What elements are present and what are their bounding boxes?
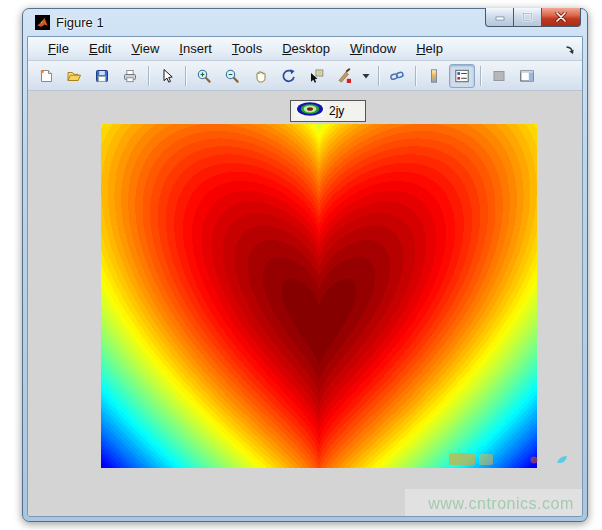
dropdown-arrow-icon <box>362 73 370 79</box>
menu-item-window[interactable]: Window <box>340 38 406 59</box>
data-cursor-button[interactable] <box>303 64 329 88</box>
rotate-icon <box>280 68 296 84</box>
screenshot-stage: Figure 1 FileEditViewInsert <box>0 0 602 530</box>
link-icon <box>389 68 405 84</box>
menu-item-file[interactable]: File <box>38 38 79 59</box>
hand-icon <box>252 68 268 84</box>
close-button[interactable] <box>542 8 581 27</box>
link-plot-button[interactable] <box>384 64 410 88</box>
minimize-button[interactable] <box>485 8 514 27</box>
watermark-banner: www.cntronics.com <box>405 489 583 517</box>
figure-client-area: FileEditViewInsertToolsDesktopWindowHelp <box>27 36 583 517</box>
menu-bar: FileEditViewInsertToolsDesktopWindowHelp <box>28 37 582 61</box>
show-plot-tools-icon <box>519 68 535 84</box>
rotate-3d-button[interactable] <box>275 64 301 88</box>
open-file-button[interactable] <box>61 64 87 88</box>
toolbar <box>28 61 582 91</box>
brush-dropdown-button[interactable] <box>359 64 373 88</box>
figure-window: Figure 1 FileEditViewInsert <box>22 8 588 522</box>
zoom-in-icon <box>196 68 212 84</box>
toolbar-separator <box>185 66 186 86</box>
legend-entry-label: 2jy <box>329 104 344 118</box>
menu-item-tools[interactable]: Tools <box>222 38 272 59</box>
window-title: Figure 1 <box>56 15 104 30</box>
hide-plot-tools-button[interactable] <box>486 64 512 88</box>
edit-plot-button[interactable] <box>154 64 180 88</box>
zoom-in-button[interactable] <box>191 64 217 88</box>
watermark-text: www.cntronics.com <box>428 495 573 513</box>
window-controls <box>485 8 581 27</box>
insert-legend-button[interactable] <box>449 64 475 88</box>
save-figure-button[interactable] <box>89 64 115 88</box>
colorbar-icon <box>426 68 442 84</box>
matlab-icon <box>35 15 50 30</box>
title-bar[interactable]: Figure 1 <box>27 9 583 36</box>
toolbar-separator <box>378 66 379 86</box>
legend-box[interactable]: 2jy <box>290 100 366 122</box>
menu-item-insert[interactable]: Insert <box>169 38 222 59</box>
hide-plot-tools-icon <box>491 68 507 84</box>
insert-colorbar-button[interactable] <box>421 64 447 88</box>
toolbar-separator <box>415 66 416 86</box>
watermark-logo-fragment <box>421 451 581 471</box>
toolbar-separator <box>148 66 149 86</box>
menu-item-edit[interactable]: Edit <box>79 38 121 59</box>
maximize-button[interactable] <box>514 8 542 27</box>
data-cursor-icon <box>308 68 324 84</box>
zoom-out-icon <box>224 68 240 84</box>
open-folder-icon <box>66 68 82 84</box>
dock-arrow-icon[interactable] <box>564 42 576 54</box>
legend-icon <box>454 68 470 84</box>
show-plot-tools-button[interactable] <box>514 64 540 88</box>
print-figure-button[interactable] <box>117 64 143 88</box>
menu-item-help[interactable]: Help <box>406 38 453 59</box>
print-icon <box>122 68 138 84</box>
menu-item-view[interactable]: View <box>121 38 169 59</box>
new-document-icon <box>38 68 54 84</box>
pointer-icon <box>159 68 175 84</box>
pan-button[interactable] <box>247 64 273 88</box>
new-figure-button[interactable] <box>33 64 59 88</box>
brush-icon <box>336 68 352 84</box>
menu-item-desktop[interactable]: Desktop <box>272 38 340 59</box>
zoom-out-button[interactable] <box>219 64 245 88</box>
save-icon <box>94 68 110 84</box>
contour-rings-icon <box>295 101 325 121</box>
brush-data-button[interactable] <box>331 64 357 88</box>
heart-contour-plot[interactable] <box>101 124 537 468</box>
toolbar-separator <box>480 66 481 86</box>
